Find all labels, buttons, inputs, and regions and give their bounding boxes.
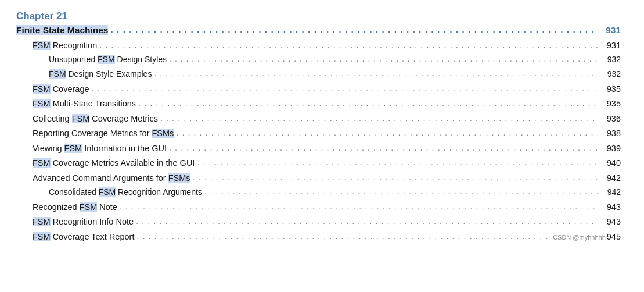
toc-entry-fsm-multistate: FSM Multi-State Transitions 935 xyxy=(16,97,621,110)
toc-dots-0 xyxy=(110,23,598,37)
toc-dots-14 xyxy=(136,230,551,243)
toc-entry-fsm-recognition-info: FSM Recognition Info Note 943 xyxy=(16,215,621,228)
toc-page-1: 931 xyxy=(600,39,621,52)
toc-entry-collecting-fsm: Collecting FSM Coverage Metrics 936 xyxy=(16,112,621,125)
toc-entry-consolidated-fsm: Consolidated FSM Recognition Arguments 9… xyxy=(16,186,621,199)
toc-title-consolidated-fsm: Consolidated FSM Recognition Arguments xyxy=(49,186,202,199)
toc-title-fsm-design-examples: FSM Design Style Examples xyxy=(49,68,152,81)
toc-entry-advanced-fsms: Advanced Command Arguments for FSMs 942 xyxy=(16,172,621,184)
chapter-label: Chapter 21 xyxy=(16,10,621,22)
toc-entry-unsupported-fsm: Unsupported FSM Design Styles 932 xyxy=(16,54,621,66)
toc-title-reporting-fsms: Reporting Coverage Metrics for FSMs xyxy=(33,127,174,140)
toc-page-13: 943 xyxy=(600,215,621,228)
toc-entry-fsm-design-examples: FSM Design Style Examples 932 xyxy=(16,68,621,81)
toc-page-14: CSDN @myhhhhh945 xyxy=(553,230,621,243)
toc-title-fsm-recognition-info: FSM Recognition Info Note xyxy=(33,215,134,228)
toc-dots-9 xyxy=(197,156,598,169)
toc-page-9: 940 xyxy=(600,156,621,169)
toc-page-7: 938 xyxy=(600,127,621,140)
toc-page-6: 936 xyxy=(600,112,621,125)
toc-title-recognized-fsm: Recognized FSM Note xyxy=(33,201,117,213)
toc-dots-5 xyxy=(138,97,598,109)
toc-page-11: 942 xyxy=(600,186,621,199)
toc-title-fsm-coverage-report: FSM Coverage Text Report xyxy=(33,230,134,243)
toc-chapter-title: Finite State Machines 931 xyxy=(16,23,621,37)
toc-dots-4 xyxy=(92,82,598,95)
toc-dots-3 xyxy=(154,67,598,80)
toc-title-advanced-fsms: Advanced Command Arguments for FSMs xyxy=(33,172,190,184)
toc-title-fsm-coverage: FSM Coverage xyxy=(33,83,89,95)
toc-page-3: 932 xyxy=(600,68,621,81)
toc-dots-11 xyxy=(204,186,598,198)
toc-dots-12 xyxy=(120,200,598,213)
toc-title-unsupported-fsm: Unsupported FSM Design Styles xyxy=(49,54,167,66)
toc-page-5: 935 xyxy=(600,97,621,110)
toc-page-12: 943 xyxy=(600,201,621,213)
toc-entry-reporting-fsms: Reporting Coverage Metrics for FSMs 938 xyxy=(16,127,621,140)
toc-title-fsm-coverage-gui: FSM Coverage Metrics Available in the GU… xyxy=(33,156,195,169)
toc-dots-10 xyxy=(193,171,598,184)
toc-title-collecting-fsm: Collecting FSM Coverage Metrics xyxy=(33,112,158,125)
toc-entry-fsm-recognition: FSM Recognition 931 xyxy=(16,39,621,52)
toc-entry-fsm-coverage: FSM Coverage 935 xyxy=(16,83,621,95)
toc-page-2: 932 xyxy=(600,54,621,66)
toc-title-fsm-recognition: FSM Recognition xyxy=(33,39,97,52)
watermark: CSDN @myhhhhh xyxy=(553,233,606,243)
toc-page-8: 939 xyxy=(600,142,621,155)
toc-title-fsm-multistate: FSM Multi-State Transitions xyxy=(33,97,136,110)
chapter-page-0: 931 xyxy=(600,23,621,37)
toc-entry-fsm-coverage-gui: FSM Coverage Metrics Available in the GU… xyxy=(16,156,621,169)
toc-dots-8 xyxy=(169,141,598,154)
toc-entry-viewing-fsm: Viewing FSM Information in the GUI 939 xyxy=(16,142,621,155)
toc-dots-13 xyxy=(136,215,598,227)
toc-dots-2 xyxy=(169,53,598,66)
toc-page-10: 942 xyxy=(600,172,621,184)
toc-page-4: 935 xyxy=(600,83,621,95)
chapter-title-text: Finite State Machines xyxy=(16,23,108,37)
toc-entry-recognized-fsm: Recognized FSM Note 943 xyxy=(16,201,621,213)
toc-dots-1 xyxy=(99,38,598,51)
toc-title-viewing-fsm: Viewing FSM Information in the GUI xyxy=(33,142,167,155)
toc-entry-fsm-coverage-report: FSM Coverage Text Report CSDN @myhhhhh94… xyxy=(16,230,621,243)
toc-dots-6 xyxy=(160,112,598,124)
toc-dots-7 xyxy=(176,126,598,139)
